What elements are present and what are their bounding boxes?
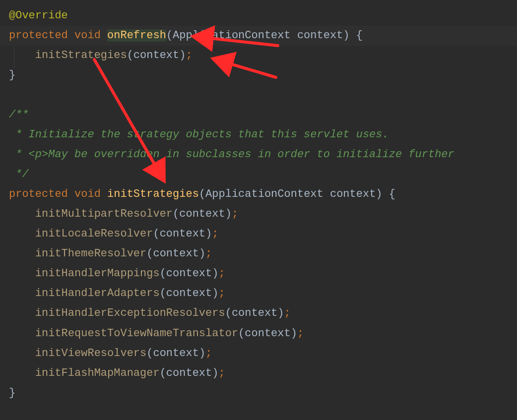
initstrategies-param-name: context (330, 188, 376, 200)
onrefresh-param-type: ApplicationContext (173, 29, 291, 42)
init-call: initViewResolvers (35, 347, 146, 360)
init-call: initFlashMapManager (35, 367, 160, 379)
javadoc-line1: Initialize the strategy objects that thi… (29, 128, 389, 141)
javadoc-p-tag: <p> (29, 148, 49, 161)
initstrategies-method-name: initStrategies (107, 188, 199, 200)
init-call: initRequestToViewNameTranslator (35, 327, 238, 340)
onrefresh-modifiers: protected void (9, 29, 101, 42)
initstrategies-body: initMultipartResolver(context); initLoca… (9, 208, 304, 379)
init-call: initHandlerAdapters (35, 287, 160, 300)
init-call: initMultipartResolver (35, 208, 173, 220)
javadoc-line2: May be overridden in subclasses in order… (48, 148, 454, 161)
initstrategies-modifiers: protected void (9, 188, 101, 200)
init-call: initLocaleResolver (35, 228, 153, 240)
javadoc-open: /** (9, 109, 29, 121)
onrefresh-param-name: context (297, 29, 343, 42)
override-annotation: @Override (9, 9, 68, 22)
init-call: initHandlerMappings (35, 267, 160, 280)
onrefresh-body-arg: context (133, 49, 179, 61)
onrefresh-method-name: onRefresh (107, 29, 166, 42)
initstrategies-param-type: ApplicationContext (205, 188, 323, 200)
javadoc-close: */ (9, 168, 29, 180)
onrefresh-body-call: initStrategies (35, 49, 127, 61)
init-call: initThemeResolver (35, 247, 146, 260)
init-call: initHandlerExceptionResolvers (35, 307, 225, 319)
code-editor[interactable]: @Override protected void onRefresh(Appli… (9, 6, 517, 403)
